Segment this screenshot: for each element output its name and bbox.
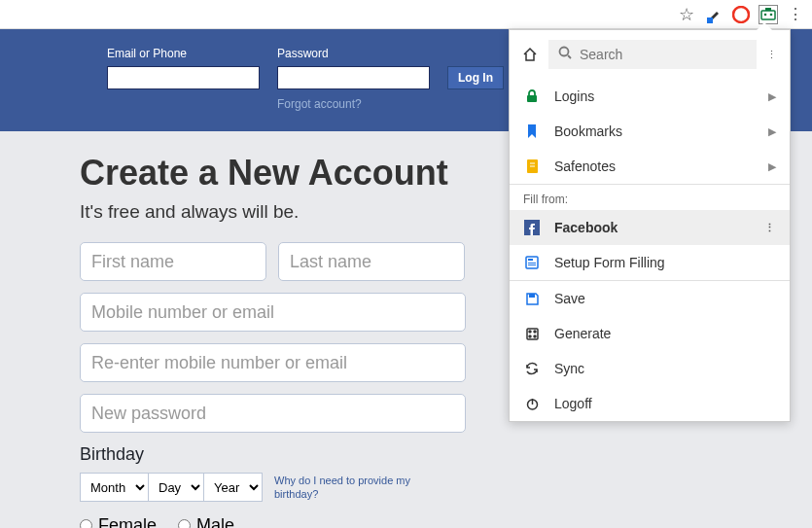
male-radio[interactable]	[178, 519, 191, 528]
search-box[interactable]	[548, 40, 757, 69]
sync-label: Sync	[554, 361, 584, 376]
popup-menu-icon[interactable]: ⋮	[766, 49, 778, 61]
lock-icon	[523, 88, 541, 105]
svg-point-20	[534, 331, 536, 333]
generate-item[interactable]: Generate	[510, 316, 790, 351]
setup-form-filling-item[interactable]: Setup Form Filling	[510, 245, 790, 280]
year-select[interactable]: Year	[203, 473, 263, 502]
extension-brush-icon[interactable]	[705, 6, 723, 23]
svg-point-3	[764, 13, 767, 16]
svg-point-21	[529, 335, 531, 337]
new-password-input[interactable]	[80, 394, 466, 433]
svg-point-22	[534, 335, 536, 337]
mobile-email-input[interactable]	[80, 293, 466, 332]
chevron-right-icon: ▶	[768, 125, 776, 138]
browser-toolbar: ☆ ⋮	[0, 0, 812, 29]
bookmark-icon	[523, 123, 541, 140]
logoff-label: Logoff	[554, 396, 592, 411]
item-menu-icon[interactable]: ⋮	[764, 222, 776, 234]
day-select[interactable]: Day	[148, 473, 204, 502]
svg-point-19	[529, 331, 531, 333]
search-icon	[558, 46, 572, 63]
svg-rect-2	[761, 11, 775, 19]
female-radio[interactable]	[80, 519, 92, 528]
note-icon	[523, 158, 541, 175]
sync-item[interactable]: Sync	[510, 351, 790, 386]
facebook-icon	[523, 219, 541, 236]
facebook-label: Facebook	[554, 220, 618, 235]
home-icon[interactable]	[521, 46, 539, 63]
svg-rect-18	[527, 329, 538, 339]
save-label: Save	[554, 291, 585, 306]
svg-point-1	[733, 7, 749, 22]
svg-point-4	[770, 13, 773, 16]
roboform-extension-icon[interactable]	[759, 6, 777, 23]
svg-rect-8	[527, 95, 537, 102]
roboform-popup: ⋮ Logins ▶ Bookmarks ▶ Safenotes ▶ Fill …	[509, 29, 791, 422]
svg-point-6	[560, 48, 569, 56]
generate-icon	[523, 325, 541, 342]
svg-rect-15	[528, 263, 536, 264]
birthday-help-link[interactable]: Why do I need to provide my birthday?	[274, 474, 420, 502]
logins-item[interactable]: Logins ▶	[510, 79, 790, 114]
form-icon	[523, 254, 541, 271]
birthday-label: Birthday	[80, 444, 812, 465]
logins-label: Logins	[554, 88, 594, 104]
last-name-input[interactable]	[278, 242, 465, 281]
gender-male-option[interactable]: Male	[178, 515, 234, 528]
save-icon	[523, 290, 541, 307]
sync-icon	[523, 360, 541, 377]
chrome-menu-icon[interactable]: ⋮	[787, 6, 804, 23]
reenter-mobile-email-input[interactable]	[80, 343, 466, 382]
logoff-item[interactable]: Logoff	[510, 386, 790, 421]
chevron-right-icon: ▶	[768, 160, 776, 173]
password-input[interactable]	[277, 66, 430, 89]
svg-rect-0	[707, 18, 713, 23]
month-select[interactable]: Month	[80, 473, 149, 502]
generate-label: Generate	[554, 326, 611, 341]
login-button[interactable]: Log In	[447, 66, 504, 89]
bookmarks-label: Bookmarks	[554, 123, 622, 139]
svg-rect-5	[765, 8, 771, 11]
email-label: Email or Phone	[107, 47, 260, 60]
save-item[interactable]: Save	[510, 281, 790, 316]
svg-rect-16	[528, 264, 536, 265]
setup-form-label: Setup Form Filling	[554, 255, 665, 270]
email-input[interactable]	[107, 66, 260, 89]
first-name-input[interactable]	[80, 242, 266, 281]
opera-icon[interactable]	[732, 6, 750, 23]
bookmark-star-icon[interactable]: ☆	[678, 6, 695, 23]
svg-rect-14	[528, 259, 533, 261]
search-input[interactable]	[580, 47, 747, 62]
svg-line-7	[568, 55, 571, 58]
safenotes-item[interactable]: Safenotes ▶	[510, 149, 790, 184]
bookmarks-item[interactable]: Bookmarks ▶	[510, 114, 790, 149]
svg-rect-17	[529, 294, 535, 298]
fill-facebook-item[interactable]: Facebook ⋮	[510, 210, 790, 245]
password-label: Password	[277, 47, 430, 60]
power-icon	[523, 395, 541, 412]
fill-from-label: Fill from:	[510, 185, 790, 210]
safenotes-label: Safenotes	[554, 158, 616, 174]
gender-female-option[interactable]: Female	[80, 515, 157, 528]
chevron-right-icon: ▶	[768, 90, 776, 103]
